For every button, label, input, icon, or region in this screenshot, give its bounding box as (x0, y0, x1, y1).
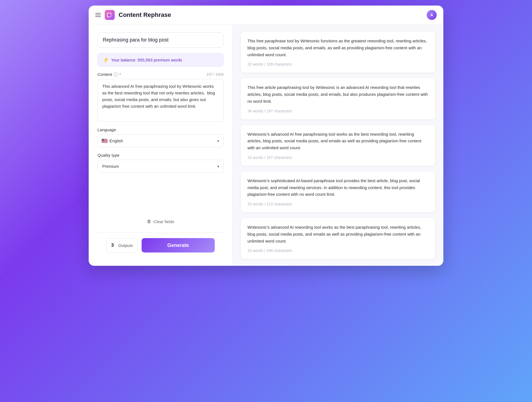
footer-bar: 3 Outputs Generate (98, 232, 224, 258)
right-panel: This free paraphrase tool by Writesonic … (233, 25, 443, 266)
content-textarea[interactable]: This advanced AI free paraphrasing tool … (98, 79, 224, 122)
result-meta: 34 words / 187 characters (247, 109, 429, 113)
balance-badge: ⚡ Your balance: 955,563 premium words (98, 53, 224, 66)
outputs-label: Outputs (118, 243, 137, 248)
bolt-icon: ⚡ (103, 57, 109, 63)
result-text: This free article paraphrasing tool by W… (247, 84, 429, 105)
trash-icon: 🗑 (147, 219, 151, 224)
result-text: Writesonic's advanced AI free paraphrasi… (247, 131, 429, 151)
content-section: Content i * 237 / 1000 This advanced AI … (98, 72, 224, 122)
result-card: Writesonic's advanced AI free paraphrasi… (241, 125, 436, 166)
result-text: Writesonic's advanced AI rewording tool … (247, 224, 429, 244)
content-label-row: Content i * 237 / 1000 (98, 72, 224, 77)
language-select[interactable]: English Spanish French German Italian (98, 134, 224, 147)
outputs-stepper[interactable]: 3 Outputs (106, 238, 138, 252)
result-card: This free paraphrase tool by Writesonic … (241, 31, 436, 73)
content-label: Content i * (98, 72, 121, 77)
result-card: Writesonic's advanced AI rewording tool … (241, 218, 436, 259)
quality-select-wrapper: Premium Good Economy ▾ (98, 160, 224, 173)
result-meta: 33 words / 198 characters (247, 248, 429, 253)
language-section: Language 🇺🇸 English Spanish French Germa… (98, 127, 224, 147)
clear-fields-label: Clear fields (154, 219, 174, 224)
quality-section: Quality type Premium Good Economy ▾ (98, 153, 224, 173)
app-container: Content Rephrase A ⚡ Your balance: 955,5… (89, 6, 443, 266)
quality-label: Quality type (98, 153, 224, 158)
required-star: * (119, 72, 121, 77)
generate-label: Generate (167, 243, 189, 248)
main-layout: ⚡ Your balance: 955,563 premium words Co… (89, 25, 443, 266)
language-label: Language (98, 127, 224, 132)
result-meta: 33 words / 187 characters (247, 155, 429, 160)
header: Content Rephrase A (89, 6, 443, 25)
app-logo-icon (105, 10, 115, 20)
outputs-count: 3 (107, 243, 118, 248)
char-count: 237 / 1000 (207, 72, 224, 76)
content-info-icon[interactable]: i (114, 72, 118, 77)
balance-label: Your balance: 955,563 premium words (111, 58, 182, 62)
generate-button[interactable]: Generate (142, 238, 215, 252)
clear-fields-button[interactable]: 🗑 Clear fields (98, 216, 224, 227)
left-panel: ⚡ Your balance: 955,563 premium words Co… (89, 25, 233, 266)
title-input[interactable] (98, 32, 224, 48)
result-meta: 32 words / 189 characters (247, 62, 429, 66)
result-card: This free article paraphrasing tool by W… (241, 78, 436, 119)
result-text: Writesonic's sophisticated AI-based para… (247, 177, 429, 198)
avatar: A (427, 10, 437, 20)
page-title: Content Rephrase (119, 11, 171, 19)
result-text: This free paraphrase tool by Writesonic … (247, 38, 429, 58)
result-card: Writesonic's sophisticated AI-based para… (241, 171, 436, 213)
hamburger-menu-icon[interactable] (95, 13, 101, 17)
result-meta: 33 words / 213 characters (247, 202, 429, 206)
language-select-wrapper: 🇺🇸 English Spanish French German Italian… (98, 134, 224, 147)
quality-select[interactable]: Premium Good Economy (98, 160, 224, 173)
